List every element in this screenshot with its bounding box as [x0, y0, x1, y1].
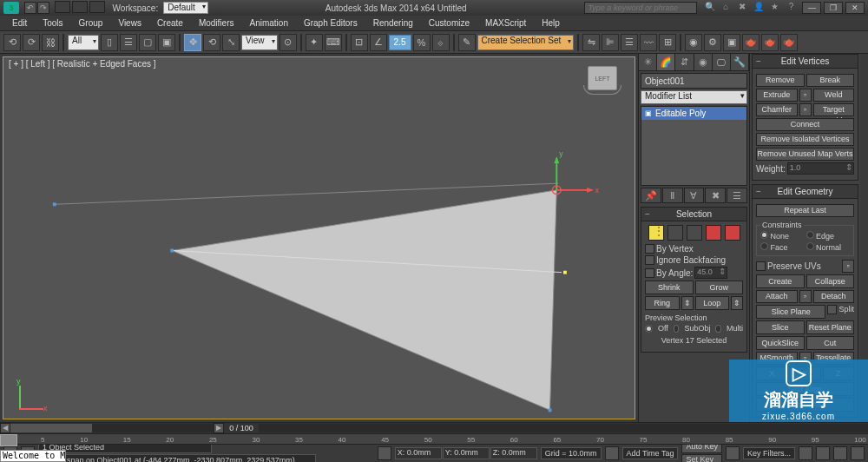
remove-isolated-button[interactable]: Remove Isolated Vertices: [756, 133, 854, 146]
constraint-edge-radio[interactable]: [806, 231, 814, 239]
ring-spinner-icon[interactable]: ⇕: [681, 296, 694, 310]
close-button[interactable]: ✕: [845, 2, 865, 14]
angle-snap-icon[interactable]: ∠: [370, 34, 387, 51]
modifier-stack-item[interactable]: ▣ Editable Poly: [641, 107, 746, 120]
exchange-icon[interactable]: ✖: [736, 2, 748, 14]
menu-group[interactable]: Group: [72, 16, 110, 30]
modify-tab-icon[interactable]: 🌈: [657, 54, 675, 70]
undo-icon[interactable]: ↶: [24, 2, 36, 14]
menu-edit[interactable]: Edit: [5, 16, 34, 30]
workspace-dropdown[interactable]: Default: [163, 2, 208, 14]
play-icon[interactable]: [833, 446, 847, 460]
render-preset-icon[interactable]: 🫖: [761, 34, 779, 51]
pin-stack-icon[interactable]: 📌: [641, 188, 661, 203]
menu-animation[interactable]: Animation: [242, 16, 294, 30]
viewport-scrollbar[interactable]: [10, 424, 214, 432]
timeline-scroll-left[interactable]: ◀: [0, 423, 10, 433]
manipulate-icon[interactable]: ✦: [306, 34, 323, 51]
scrollbar-thumb[interactable]: [10, 424, 92, 432]
constraint-face-radio[interactable]: [760, 242, 768, 250]
connect-button[interactable]: Connect: [756, 118, 854, 131]
signin-icon[interactable]: 👤: [753, 2, 765, 14]
menu-maxscript[interactable]: MAXScript: [478, 16, 533, 30]
spinner-snap-icon[interactable]: ⟐: [432, 34, 450, 51]
object-name-input[interactable]: [641, 74, 759, 88]
detach-button[interactable]: Detach: [813, 290, 855, 303]
coord-z[interactable]: Z: 0.0mm: [490, 447, 537, 459]
quickslice-button[interactable]: QuickSlice: [756, 336, 805, 350]
preview-multi-radio[interactable]: [715, 325, 721, 333]
preview-off-radio[interactable]: [645, 325, 653, 333]
bind-icon[interactable]: ⛓: [42, 34, 59, 51]
make-unique-icon[interactable]: ∀: [684, 188, 705, 203]
configure-icon[interactable]: ☰: [727, 188, 747, 203]
snap-value[interactable]: 2.5: [389, 35, 411, 50]
target-weld-button[interactable]: Target Weld: [813, 103, 855, 116]
layout-tab-3[interactable]: [89, 1, 105, 13]
vertex-subobj-icon[interactable]: [648, 225, 664, 241]
menu-tools[interactable]: Tools: [36, 16, 69, 30]
reset-plane-button[interactable]: Reset Plane: [806, 320, 855, 334]
attach-button[interactable]: Attach: [756, 290, 798, 303]
split-checkbox[interactable]: [827, 305, 837, 314]
schematic-view-icon[interactable]: ⊞: [659, 34, 676, 51]
minimize-button[interactable]: —: [802, 2, 821, 14]
help-icon[interactable]: ?: [785, 2, 797, 14]
utilities-tab-icon[interactable]: 🔧: [731, 54, 749, 70]
edit-vertices-header[interactable]: Edit Vertices: [753, 55, 858, 69]
select-move-icon[interactable]: ✥: [184, 34, 201, 51]
render-frame-icon[interactable]: ▣: [723, 34, 740, 51]
time-slider-handle[interactable]: [0, 434, 17, 446]
timeline-scroll-right[interactable]: ▶: [214, 423, 224, 433]
edge-subobj-icon[interactable]: [667, 225, 683, 241]
select-scale-icon[interactable]: ⤡: [222, 34, 240, 51]
curve-editor-icon[interactable]: 〰: [640, 34, 657, 51]
goto-start-icon[interactable]: [799, 446, 812, 460]
link-icon[interactable]: ⟲: [3, 34, 21, 51]
modifier-list-dropdown[interactable]: Modifier List: [641, 90, 747, 104]
by-angle-spinner[interactable]: 45.0: [694, 267, 727, 279]
edit-geometry-header[interactable]: Edit Geometry: [753, 185, 858, 199]
constraint-normal-radio[interactable]: [806, 242, 814, 250]
chamfer-settings-icon[interactable]: ▫: [799, 103, 812, 116]
align-icon[interactable]: ⊫: [602, 34, 619, 51]
remove-unused-button[interactable]: Remove Unused Map Verts: [756, 148, 854, 161]
key-mode-icon[interactable]: [726, 446, 740, 460]
extrude-settings-icon[interactable]: ▫: [799, 89, 812, 102]
ring-button[interactable]: Ring: [645, 296, 680, 310]
subscription-icon[interactable]: ⌂: [720, 2, 732, 14]
mirror-icon[interactable]: ⇋: [582, 34, 600, 51]
select-name-icon[interactable]: ☰: [120, 34, 137, 51]
attach-list-icon[interactable]: ▫: [799, 290, 812, 303]
break-button[interactable]: Break: [806, 74, 855, 87]
percent-snap-icon[interactable]: %: [413, 34, 431, 51]
pivot-icon[interactable]: ⊙: [279, 34, 297, 51]
motion-tab-icon[interactable]: ◉: [694, 54, 713, 70]
help-search-input[interactable]: [584, 2, 697, 14]
named-selection-dropdown[interactable]: Create Selection Set: [477, 35, 575, 50]
by-angle-checkbox[interactable]: [645, 268, 654, 278]
add-time-tag[interactable]: Add Time Tag: [622, 447, 679, 459]
select-region-icon[interactable]: ▢: [139, 34, 156, 51]
reference-coord-dropdown[interactable]: View: [241, 35, 278, 50]
extrude-button[interactable]: Extrude: [756, 89, 798, 102]
material-editor-icon[interactable]: ◉: [685, 34, 702, 51]
hierarchy-tab-icon[interactable]: ⇵: [675, 54, 694, 70]
select-rotate-icon[interactable]: ⟲: [203, 34, 220, 51]
prev-frame-icon[interactable]: [816, 446, 830, 460]
menu-views[interactable]: Views: [111, 16, 148, 30]
render-setup-icon[interactable]: ⚙: [704, 34, 721, 51]
redo-icon[interactable]: ↷: [37, 2, 49, 14]
next-frame-icon[interactable]: [851, 446, 865, 460]
viewport[interactable]: [ + ] [ Left ] [ Realistic + Edged Faces…: [3, 56, 635, 419]
preserve-uvs-checkbox[interactable]: [756, 261, 766, 271]
repeat-last-button[interactable]: Repeat Last: [756, 204, 854, 217]
maximize-button[interactable]: ❐: [824, 2, 843, 14]
menu-create[interactable]: Create: [150, 16, 190, 30]
key-filters-button[interactable]: Key Filters...: [743, 447, 795, 459]
favorite-icon[interactable]: ★: [769, 2, 781, 14]
show-end-result-icon[interactable]: Ⅱ: [662, 188, 683, 203]
app-logo-icon[interactable]: 3: [3, 2, 19, 14]
layout-tab-2[interactable]: [72, 1, 88, 13]
frame-counter[interactable]: 0 / 100: [229, 424, 253, 432]
